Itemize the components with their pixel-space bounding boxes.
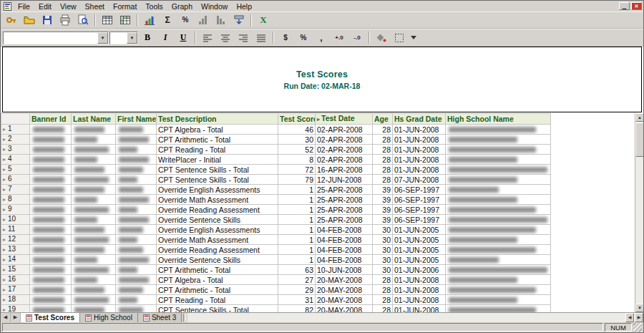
cell-high-school-name[interactable] bbox=[446, 295, 551, 305]
cell-hs-grad-date[interactable]: 07-JUN-2008 bbox=[393, 175, 446, 185]
cell-age[interactable]: 28 bbox=[373, 285, 393, 295]
cell-test-date[interactable]: 02-APR-2008 bbox=[316, 135, 373, 145]
cell-high-school-name[interactable] bbox=[446, 195, 551, 205]
cell-last-name[interactable] bbox=[72, 235, 116, 245]
row-header[interactable]: 15 bbox=[1, 265, 30, 275]
cell-hs-grad-date[interactable]: 06-SEP-1997 bbox=[393, 195, 446, 205]
cell-test-date[interactable]: 20-MAY-2008 bbox=[316, 305, 373, 313]
menu-item[interactable]: View bbox=[56, 2, 81, 11]
col-header-test-score[interactable]: Test Score bbox=[278, 114, 316, 125]
name-combo[interactable] bbox=[3, 32, 109, 44]
row-header[interactable]: 4 bbox=[1, 155, 30, 165]
cell-high-school-name[interactable] bbox=[446, 125, 551, 135]
row-header[interactable]: 16 bbox=[1, 275, 30, 285]
cell-test-date[interactable]: 20-MAY-2008 bbox=[316, 295, 373, 305]
cell-test-score[interactable]: 1 bbox=[278, 225, 316, 235]
col-header-age[interactable]: Age bbox=[373, 114, 393, 125]
vertical-scroll-thumb[interactable] bbox=[635, 122, 644, 157]
cell-banner-id[interactable] bbox=[30, 265, 72, 275]
align-right-button[interactable] bbox=[235, 31, 252, 45]
cell-first-name[interactable] bbox=[116, 265, 157, 275]
cell-test-score[interactable]: 1 bbox=[278, 195, 316, 205]
cell-first-name[interactable] bbox=[116, 165, 157, 175]
cell-test-score[interactable]: 1 bbox=[278, 245, 316, 255]
save-button[interactable] bbox=[39, 13, 56, 27]
cell-test-description[interactable]: Override Sentence Skills bbox=[157, 255, 278, 265]
bold-button[interactable]: B bbox=[139, 31, 156, 45]
menu-item[interactable]: Format bbox=[109, 2, 141, 11]
menu-item[interactable]: Help bbox=[232, 2, 256, 11]
drill-button[interactable] bbox=[230, 13, 248, 27]
cell-test-date[interactable]: 20-MAY-2008 bbox=[316, 275, 373, 285]
cell-test-description[interactable]: CPT Reading - Total bbox=[157, 295, 278, 305]
cell-high-school-name[interactable] bbox=[446, 305, 551, 313]
borders-button[interactable] bbox=[391, 31, 408, 45]
row-header[interactable]: 7 bbox=[1, 185, 30, 195]
cell-high-school-name[interactable] bbox=[446, 135, 551, 145]
cell-test-score[interactable]: 1 bbox=[278, 205, 316, 215]
cell-test-date[interactable]: 02-APR-2008 bbox=[316, 155, 373, 165]
cell-banner-id[interactable] bbox=[30, 245, 72, 255]
background-color-button[interactable] bbox=[373, 31, 390, 45]
cell-first-name[interactable] bbox=[116, 275, 157, 285]
scroll-down-button[interactable] bbox=[635, 304, 644, 312]
cell-last-name[interactable] bbox=[72, 175, 116, 185]
row-header[interactable]: 12 bbox=[1, 235, 30, 245]
cell-age[interactable]: 28 bbox=[373, 175, 393, 185]
cell-last-name[interactable] bbox=[72, 195, 116, 205]
cell-test-score[interactable]: 8 bbox=[278, 155, 316, 165]
cell-age[interactable]: 28 bbox=[373, 135, 393, 145]
cell-high-school-name[interactable] bbox=[446, 265, 551, 275]
cell-last-name[interactable] bbox=[72, 265, 116, 275]
cell-age[interactable]: 30 bbox=[373, 245, 393, 255]
tab-split-handle[interactable] bbox=[183, 314, 186, 322]
cell-last-name[interactable] bbox=[72, 125, 116, 135]
scroll-right-button[interactable] bbox=[635, 313, 643, 322]
cell-last-name[interactable] bbox=[72, 285, 116, 295]
minimize-button[interactable] bbox=[619, 2, 630, 10]
cell-test-date[interactable]: 12-JUN-2008 bbox=[316, 175, 373, 185]
row-header[interactable]: 14 bbox=[1, 255, 30, 265]
cell-test-description[interactable]: Override English Assessments bbox=[157, 185, 278, 195]
sheet-tab[interactable]: High School bbox=[80, 313, 138, 322]
cell-test-date[interactable]: 20-MAY-2008 bbox=[316, 285, 373, 295]
cell-hs-grad-date[interactable]: 01-JUN-2008 bbox=[393, 135, 446, 145]
tab-scroll-left-button[interactable] bbox=[1, 313, 11, 322]
col-header-hs-grad-date[interactable]: Hs Grad Date bbox=[393, 114, 446, 125]
cell-last-name[interactable] bbox=[72, 155, 116, 165]
scroll-up-button[interactable] bbox=[635, 113, 644, 122]
cell-first-name[interactable] bbox=[116, 255, 157, 265]
cell-last-name[interactable] bbox=[72, 205, 116, 215]
percent-button[interactable]: % bbox=[295, 31, 312, 45]
cell-banner-id[interactable] bbox=[30, 155, 72, 165]
menu-item[interactable]: Tools bbox=[141, 2, 167, 11]
align-center-button[interactable] bbox=[217, 31, 234, 45]
cell-test-score[interactable]: 52 bbox=[278, 145, 316, 155]
cell-hs-grad-date[interactable]: 01-JUN-2005 bbox=[393, 225, 446, 235]
cell-age[interactable]: 30 bbox=[373, 265, 393, 275]
cell-hs-grad-date[interactable]: 01-JUN-2005 bbox=[393, 235, 446, 245]
crosstab-layout-button[interactable] bbox=[117, 13, 134, 27]
cell-hs-grad-date[interactable]: 01-JUN-2008 bbox=[393, 275, 446, 285]
name-combo-input[interactable] bbox=[4, 33, 97, 43]
cell-last-name[interactable] bbox=[72, 215, 116, 225]
row-header[interactable]: 11 bbox=[1, 225, 30, 235]
cell-hs-grad-date[interactable]: 01-JUN-2008 bbox=[393, 285, 446, 295]
row-header[interactable]: 10 bbox=[1, 215, 30, 225]
row-header[interactable]: 5 bbox=[1, 165, 30, 175]
cell-last-name[interactable] bbox=[72, 165, 116, 175]
graph-button[interactable] bbox=[141, 13, 158, 27]
cell-test-description[interactable]: CPT Arithmetic - Total bbox=[157, 285, 278, 295]
cell-test-description[interactable]: CPT Reading - Total bbox=[157, 145, 278, 155]
cell-high-school-name[interactable] bbox=[446, 205, 551, 215]
cell-banner-id[interactable] bbox=[30, 165, 72, 175]
cell-first-name[interactable] bbox=[116, 295, 157, 305]
cell-test-description[interactable]: CPT Sentence Skills - Total bbox=[157, 165, 278, 175]
col-header-banner-id[interactable]: Banner Id bbox=[30, 114, 72, 125]
cell-first-name[interactable] bbox=[116, 305, 157, 313]
cell-test-score[interactable]: 1 bbox=[278, 235, 316, 245]
cell-test-score[interactable]: 1 bbox=[278, 185, 316, 195]
currency-button[interactable]: $ bbox=[277, 31, 294, 45]
row-header[interactable]: 3 bbox=[1, 145, 30, 155]
cell-high-school-name[interactable] bbox=[446, 165, 551, 175]
